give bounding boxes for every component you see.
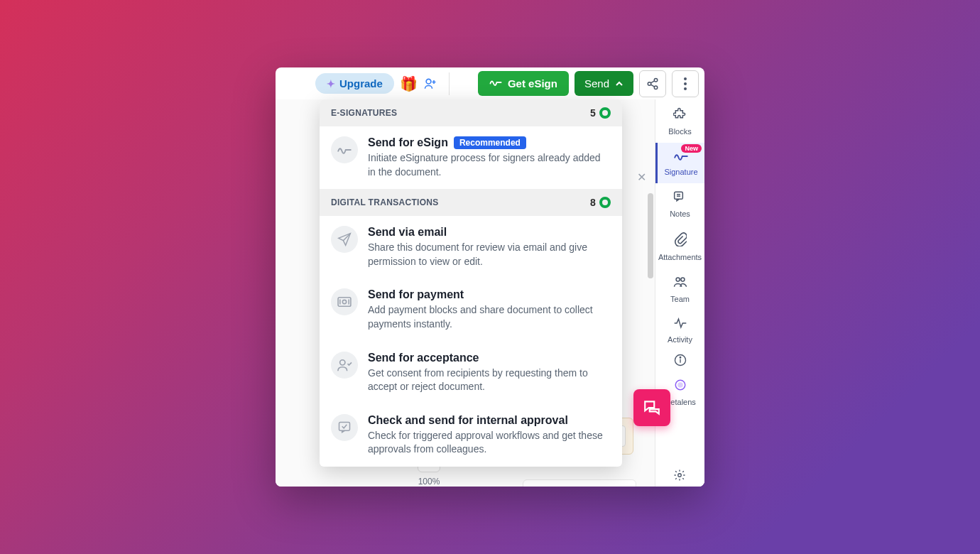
app-window: ✦ Upgrade 🎁 Get eSign Send ✕	[276, 67, 704, 487]
svg-rect-29	[339, 422, 350, 430]
more-button[interactable]	[672, 70, 699, 97]
scrollbar-thumb[interactable]	[648, 193, 653, 278]
menu-item-title: Send for acceptance	[368, 352, 611, 364]
sidebar-label: Blocks	[668, 127, 691, 136]
right-sidebar: Blocks New Signature Notes Attachments	[655, 99, 704, 487]
section-title: DIGITAL TRANSACTIONS	[331, 197, 439, 207]
count: 8	[590, 197, 596, 208]
ring-icon	[599, 107, 611, 119]
menu-item-desc: Share this document for review via email…	[368, 241, 611, 268]
menu-item-desc: Check for triggered approval workflows a…	[368, 429, 611, 457]
svg-point-4	[648, 82, 651, 85]
sidebar-item-notes[interactable]: Notes	[655, 183, 704, 225]
menu-item-send-via-email[interactable]: Send via email Share this document for r…	[320, 216, 622, 278]
share-button[interactable]	[639, 70, 666, 97]
add-user-icon[interactable]	[423, 77, 437, 91]
payment-icon	[331, 288, 358, 315]
user-check-icon	[331, 352, 358, 379]
svg-point-22	[678, 474, 682, 477]
toolbar: ✦ Upgrade 🎁 Get eSign Send	[276, 67, 704, 99]
svg-point-25	[342, 300, 346, 304]
send-label: Send	[584, 77, 609, 89]
sidebar-label: Activity	[668, 335, 692, 344]
divider	[449, 72, 450, 95]
sidebar-label: Notes	[670, 210, 690, 218]
send-button[interactable]: Send	[575, 71, 633, 96]
gift-icon[interactable]: 🎁	[400, 75, 418, 92]
count-badge: 8	[590, 197, 611, 208]
svg-point-21	[678, 383, 682, 387]
team-icon	[673, 276, 688, 292]
sparkle-icon: ✦	[327, 78, 335, 89]
sidebar-item-blocks[interactable]: Blocks	[655, 99, 704, 143]
section-title: E-SIGNATURES	[331, 108, 397, 118]
svg-point-10	[684, 87, 687, 90]
svg-point-15	[676, 278, 680, 281]
settings-icon[interactable]	[673, 469, 686, 485]
signature-icon	[331, 136, 358, 163]
notes-icon	[673, 190, 687, 207]
metalens-icon	[674, 379, 687, 395]
activity-icon	[673, 317, 687, 332]
section-header-digital-transactions: DIGITAL TRANSACTIONS 8	[320, 189, 622, 216]
menu-item-send-for-esign[interactable]: Send for eSign Recommended Initiate eSig…	[320, 126, 622, 189]
approval-icon	[331, 414, 358, 441]
puzzle-icon	[673, 107, 687, 124]
sidebar-label: Team	[670, 295, 690, 303]
upgrade-label: Upgrade	[339, 77, 383, 89]
count: 5	[590, 107, 596, 119]
svg-point-16	[680, 278, 684, 281]
menu-item-desc: Get consent from recipients by requestin…	[368, 366, 611, 394]
count-badge: 5	[590, 107, 611, 119]
svg-point-19	[680, 357, 681, 359]
paper-plane-icon	[331, 226, 358, 253]
signature-icon	[489, 77, 502, 89]
get-esign-label: Get eSign	[508, 77, 557, 89]
section-header-esignatures: E-SIGNATURES 5	[320, 99, 622, 126]
sidebar-item-team[interactable]: Team	[655, 268, 704, 310]
sidebar-label: Attachments	[658, 253, 702, 261]
close-icon[interactable]: ✕	[637, 170, 646, 184]
menu-item-title: Send for eSign Recommended	[368, 136, 611, 149]
chevron-up-icon	[615, 79, 624, 89]
svg-point-5	[654, 86, 658, 89]
ring-icon	[599, 197, 611, 208]
menu-item-send-for-payment[interactable]: Send for payment Add payment blocks and …	[320, 278, 622, 341]
menu-item-desc: Add payment blocks and share document to…	[368, 303, 611, 331]
menu-item-internal-approval[interactable]: Check and send for internal approval Che…	[320, 404, 622, 467]
new-badge: New	[681, 144, 702, 153]
get-esign-button[interactable]: Get eSign	[478, 71, 569, 96]
zoom-level: 100%	[418, 477, 440, 487]
sidebar-item-attachments[interactable]: Attachments	[655, 225, 704, 268]
menu-item-send-for-acceptance[interactable]: Send for acceptance Get consent from rec…	[320, 342, 622, 404]
bottom-card	[523, 479, 636, 487]
recommended-badge: Recommended	[454, 136, 526, 149]
send-dropdown: E-SIGNATURES 5 Send for eSign Recommende…	[320, 99, 622, 467]
upgrade-button[interactable]: ✦ Upgrade	[315, 73, 394, 94]
chat-fab[interactable]	[633, 389, 670, 426]
sidebar-item-signature[interactable]: New Signature	[655, 143, 704, 183]
svg-point-3	[654, 78, 658, 82]
sidebar-item-info[interactable]	[655, 351, 704, 377]
menu-item-title: Send via email	[368, 226, 611, 239]
sidebar-item-activity[interactable]: Activity	[655, 310, 704, 351]
sidebar-label: Signature	[664, 168, 697, 176]
svg-point-28	[340, 359, 345, 364]
menu-item-desc: Initiate eSignature process for signers …	[368, 151, 611, 179]
svg-line-7	[650, 85, 654, 87]
svg-point-8	[684, 77, 687, 80]
info-icon	[674, 354, 687, 370]
svg-point-0	[426, 79, 431, 84]
paperclip-icon	[674, 232, 687, 250]
svg-line-6	[650, 80, 654, 82]
svg-rect-12	[674, 192, 682, 199]
svg-point-9	[684, 82, 687, 85]
menu-item-title: Check and send for internal approval	[368, 414, 611, 427]
menu-item-title: Send for payment	[368, 288, 611, 301]
